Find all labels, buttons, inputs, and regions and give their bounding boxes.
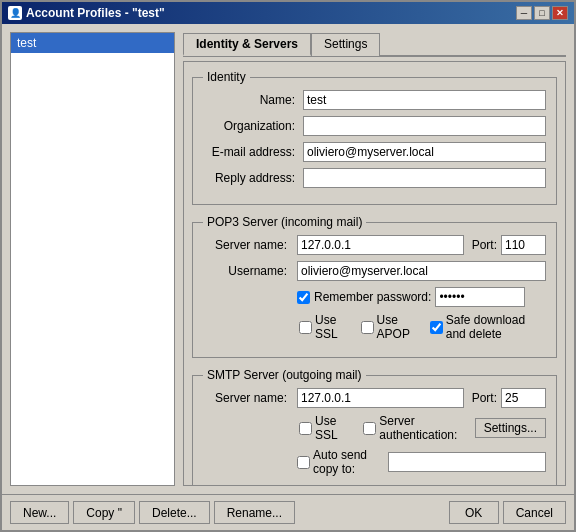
reply-row: Reply address: xyxy=(203,168,546,188)
safe-checkbox[interactable] xyxy=(430,321,443,334)
pop3-username-input[interactable] xyxy=(297,261,546,281)
app-icon: 👤 xyxy=(8,6,22,20)
account-item[interactable]: test xyxy=(11,33,174,53)
smtp-server-label: Server name: xyxy=(203,391,293,405)
main-window: 👤 Account Profiles - "test" ─ □ ✕ test I… xyxy=(0,0,576,532)
bottom-bar: New... Copy " Delete... Rename... OK Can… xyxy=(2,494,574,530)
smtp-ssl-label[interactable]: Use SSL xyxy=(299,414,349,442)
smtp-settings-button[interactable]: Settings... xyxy=(475,418,546,438)
pop3-username-row: Username: xyxy=(203,261,546,281)
smtp-server-row: Server name: Port: xyxy=(203,388,546,408)
smtp-port-label: Port: xyxy=(472,391,497,405)
pop3-fieldset: POP3 Server (incoming mail) Server name:… xyxy=(192,215,557,358)
bottom-right-buttons: OK Cancel xyxy=(449,501,566,524)
apop-text: Use APOP xyxy=(377,313,416,341)
smtp-auth-text: Server authentication: xyxy=(379,414,468,442)
pop3-port-input[interactable] xyxy=(501,235,546,255)
title-bar-left: 👤 Account Profiles - "test" xyxy=(8,6,165,20)
org-input[interactable] xyxy=(303,116,546,136)
pop3-port-label: Port: xyxy=(472,238,497,252)
title-bar: 👤 Account Profiles - "test" ─ □ ✕ xyxy=(2,2,574,24)
smtp-server-input[interactable] xyxy=(297,388,464,408)
maximize-button[interactable]: □ xyxy=(534,6,550,20)
bottom-left-buttons: New... Copy " Delete... Rename... xyxy=(10,501,295,524)
apop-checkbox[interactable] xyxy=(361,321,374,334)
org-row: Organization: xyxy=(203,116,546,136)
identity-fieldset: Identity Name: Organization: E-mail addr… xyxy=(192,70,557,205)
delete-button[interactable]: Delete... xyxy=(139,501,210,524)
window-title: Account Profiles - "test" xyxy=(26,6,165,20)
accounts-list: test xyxy=(10,32,175,486)
smtp-port-input[interactable] xyxy=(501,388,546,408)
pop3-server-row: Server name: Port: xyxy=(203,235,546,255)
pop3-username-label: Username: xyxy=(203,264,293,278)
ok-button[interactable]: OK xyxy=(449,501,499,524)
safe-text: Safe download and delete xyxy=(446,313,546,341)
tab-settings[interactable]: Settings xyxy=(311,33,380,56)
smtp-autosend-row: Auto send copy to: xyxy=(203,448,546,476)
ssl-checkbox[interactable] xyxy=(299,321,312,334)
rename-button[interactable]: Rename... xyxy=(214,501,295,524)
name-input[interactable] xyxy=(303,90,546,110)
right-panel: Identity & Servers Settings Identity Nam… xyxy=(183,32,566,486)
tab-content: Identity Name: Organization: E-mail addr… xyxy=(183,61,566,486)
smtp-legend: SMTP Server (outgoing mail) xyxy=(203,368,366,382)
auto-send-text: Auto send copy to: xyxy=(313,448,380,476)
safe-label[interactable]: Safe download and delete xyxy=(430,313,546,341)
title-bar-buttons: ─ □ ✕ xyxy=(516,6,568,20)
name-row: Name: xyxy=(203,90,546,110)
minimize-button[interactable]: ─ xyxy=(516,6,532,20)
smtp-ssl-text: Use SSL xyxy=(315,414,349,442)
password-input[interactable] xyxy=(435,287,525,307)
org-label: Organization: xyxy=(203,119,303,133)
pop3-legend: POP3 Server (incoming mail) xyxy=(203,215,366,229)
cancel-button[interactable]: Cancel xyxy=(503,501,566,524)
identity-legend: Identity xyxy=(203,70,250,84)
new-button[interactable]: New... xyxy=(10,501,69,524)
auto-send-checkbox[interactable] xyxy=(297,456,310,469)
reply-label: Reply address: xyxy=(203,171,303,185)
email-label: E-mail address: xyxy=(203,145,303,159)
smtp-ssl-row: Use SSL Server authentication: Settings.… xyxy=(203,414,546,442)
tabs: Identity & Servers Settings xyxy=(183,32,566,57)
copy-button[interactable]: Copy " xyxy=(73,501,135,524)
tab-identity-servers[interactable]: Identity & Servers xyxy=(183,33,311,56)
pop3-server-label: Server name: xyxy=(203,238,293,252)
window-content: test Identity & Servers Settings Identit… xyxy=(2,24,574,494)
auto-send-label[interactable]: Auto send copy to: xyxy=(297,448,380,476)
ssl-text: Use SSL xyxy=(315,313,347,341)
remember-row: Remember password: xyxy=(203,287,546,307)
remember-label: Remember password: xyxy=(314,290,431,304)
smtp-auth-label[interactable]: Server authentication: xyxy=(363,414,468,442)
ssl-label[interactable]: Use SSL xyxy=(299,313,347,341)
email-row: E-mail address: xyxy=(203,142,546,162)
smtp-ssl-checkbox[interactable] xyxy=(299,422,312,435)
pop3-server-input[interactable] xyxy=(297,235,464,255)
apop-label[interactable]: Use APOP xyxy=(361,313,416,341)
pop3-options-row: Use SSL Use APOP Safe download and delet… xyxy=(203,313,546,341)
name-label: Name: xyxy=(203,93,303,107)
auto-send-input[interactable] xyxy=(388,452,546,472)
email-input[interactable] xyxy=(303,142,546,162)
reply-input[interactable] xyxy=(303,168,546,188)
close-button[interactable]: ✕ xyxy=(552,6,568,20)
remember-checkbox[interactable] xyxy=(297,291,310,304)
smtp-auth-checkbox[interactable] xyxy=(363,422,376,435)
smtp-fieldset: SMTP Server (outgoing mail) Server name:… xyxy=(192,368,557,486)
